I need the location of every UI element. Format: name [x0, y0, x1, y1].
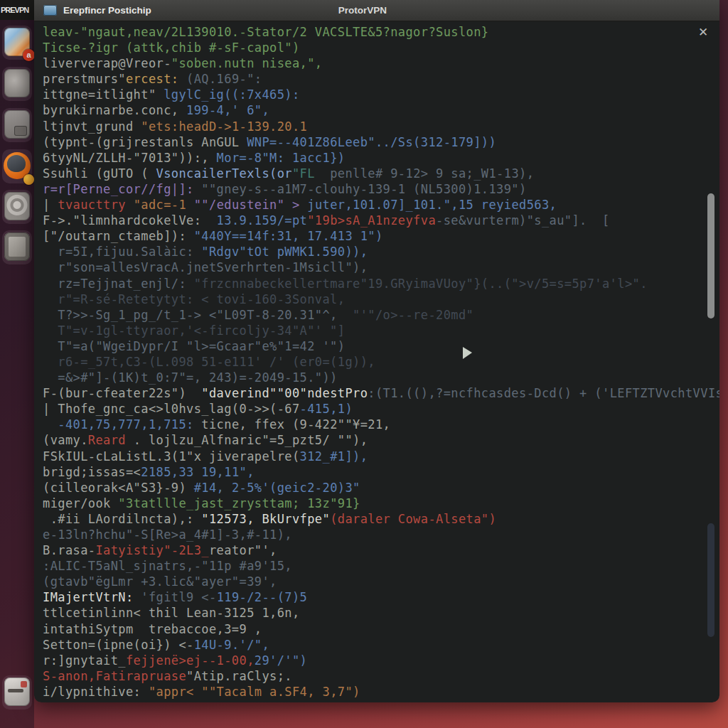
- camera-glyph: [4, 192, 30, 220]
- code-line: r:]gnytait_fejjenë>ej--1-00,29'/'"): [43, 653, 719, 668]
- code-token: (gtavb"ëgLmr +3.lic&"ayer"=39',: [43, 574, 277, 589]
- dock: a: [0, 20, 34, 728]
- code-token: "12573, BkUrvfpe": [201, 512, 330, 526]
- camera-app-icon[interactable]: [2, 190, 32, 224]
- app-store-icon[interactable]: a: [2, 26, 32, 60]
- code-line: ltjnvt_grund "ets:headD->1-139.20.1: [43, 119, 719, 134]
- code-token: r"=R-sé-Retetytyt: < tovi-160-3Sonval,: [43, 292, 345, 306]
- code-token: 119-/2--(7)5: [217, 590, 308, 604]
- code-token: 'fgitl9 <-: [141, 590, 216, 604]
- code-line: F-(bur-cfeater22s") "daverind""00"ndestP…: [43, 385, 719, 401]
- code-token: . lojlzu_Alfnaric"=5_pzt5/ ""),: [126, 433, 368, 447]
- code-token: i/lypnithive:: [43, 685, 149, 699]
- code-line: FSkIUL-cLaListL.3(1"x jiverapelre(312_#1…: [43, 449, 719, 464]
- code-token: VsoncailerTexls(or: [156, 166, 292, 181]
- code-token: r:]gnytait_: [43, 653, 126, 668]
- window-title: Erepfincr Postichip: [63, 5, 151, 16]
- software-updater-icon[interactable]: [2, 149, 32, 183]
- code-line: r=r[Perne_cor//fg|]: ""gney-s--a1M7-clou…: [43, 181, 719, 197]
- folder-glyph: [4, 110, 30, 139]
- code-line: (cilleorak<A"S3}-9) #14, 2-5%'(geic2-20)…: [43, 480, 719, 496]
- code-token: ttlcetinlinn< thil Lean-3125 1,6n,: [43, 606, 300, 620]
- code-token: WNP=--401Z86Leeb"../Ss(312-179])): [247, 135, 496, 149]
- code-token: 6tyyNL/ZLLH-"7013")):,: [43, 151, 217, 165]
- code-line: byrukirnarbe.conc, 199-4,' 6",: [43, 102, 719, 118]
- code-token: #14, 2-5%'(geic2-20)3": [194, 481, 360, 495]
- code-token: Iatyistiy"-2L3_: [95, 543, 209, 557]
- printer-glyph: [4, 678, 30, 706]
- terminal-content[interactable]: ✕ leav-"ngaut,neav/2L139010.-Stator/2 VA…: [34, 21, 719, 702]
- code-token: "440Y==14f:31, 17.413 1"): [194, 229, 383, 243]
- code-line: :ALIC-T5aNl_sjnatrs,-"11p #a9'15,: [43, 558, 719, 574]
- code-token: ["/outarn_ctameb]):: [43, 229, 194, 243]
- code-token: F->."limnhardcokelVe:: [43, 213, 217, 228]
- code-token: :ALIC-T5aNl_sjnatrs,-"11p #a9'15,: [43, 559, 292, 573]
- archive-app-icon[interactable]: [2, 230, 32, 264]
- mouse-cursor-icon: [463, 347, 472, 359]
- code-line: Ticse-?igr (attk,chib #-sF-capol"): [43, 40, 719, 55]
- code-token: B.rasa-: [43, 543, 95, 557]
- code-line: ["/outarn_ctameb]): "440Y==14f:31, 17.41…: [43, 228, 719, 244]
- code-token: (AQ.169-":: [178, 72, 262, 86]
- code-line: miger/ook "3tatllle_jast_zrysttam; 13z"9…: [43, 496, 719, 511]
- code-line: IMajertVtrN: 'fgitl9 <-119-/2--(7)5: [43, 589, 719, 605]
- code-token: Ssuhli (gUTO (: [43, 166, 156, 181]
- code-line: ittgne=itlight" lgylC_ig((:7x465):: [43, 87, 719, 102]
- code-token: ltjnvt_grund: [43, 119, 141, 134]
- printer-icon[interactable]: [2, 675, 32, 710]
- code-line: =&>#"]-(1K)t_0:7"=, 243)=-2049-15.")): [43, 370, 719, 385]
- code-line: -401,75,777,1,715: ticne, ffex (9-422""¥…: [43, 417, 719, 432]
- code-token: r"son=allesVracA.jnetSverhrten-1Msicll")…: [43, 260, 368, 274]
- code-token: "3tatllle_jast_zrysttam; 13z"91}: [118, 496, 360, 510]
- code-token: leav-"ngaut,neav/2L139010.-Stator/2 VACS…: [43, 25, 488, 39]
- archive-glyph: [4, 232, 30, 261]
- code-token: (vamy.: [43, 433, 88, 447]
- code-token: -se&vurterm)"s_au"]. [: [436, 213, 610, 228]
- terminal-body: leav-"ngaut,neav/2L139010.-Stator/2 VACS…: [43, 24, 719, 700]
- code-line: r6-=_57t,C3-(L.098 51-e111' /' (er0=(1g)…: [43, 354, 719, 370]
- code-line: brigd;issas=<2185,33 19,11",: [43, 464, 719, 480]
- code-token: 13.9.159/=pt: [217, 213, 308, 228]
- code-line: r=5I,fijuu.Salàic: "Rdgv"tOt pWMK1.590))…: [43, 244, 719, 259]
- code-token: miger/ook: [43, 496, 118, 510]
- code-token: "frzcnnabeckellertmare"19.GRyimaVUoy"}(.…: [194, 277, 648, 291]
- code-token: tvaucttry: [58, 198, 133, 212]
- code-token: "appr< ""Tacalm a.SF4, 3,7"): [149, 685, 360, 699]
- code-token: IMajertVtrN:: [43, 590, 141, 604]
- code-token: "adc=-1: [134, 198, 194, 212]
- code-token: FSkIUL-cLaListL.3(1"x jiverapelre(: [43, 449, 300, 464]
- code-token: | Thofe_gnc_ca<>l0hvs_lag(0->>(-67: [43, 402, 300, 416]
- files-app-icon[interactable]: [2, 67, 32, 101]
- code-line: Ssuhli (gUTO ( VsoncailerTexls(or"FL pen…: [43, 166, 719, 181]
- code-token: intathiSytpm trebaccoe,3=9 ,: [43, 622, 262, 636]
- code-token: r=5I,fijuu.Salàic:: [43, 245, 201, 259]
- code-token: S-anon,Fatirapruase: [43, 669, 186, 683]
- scrollbar-thumb-secondary[interactable]: [707, 523, 714, 637]
- code-token: T"=a("WgeiDypr/I "l>=Gcaar"e%"1=42 '"): [43, 339, 345, 353]
- code-line: intathiSytpm trebaccoe,3=9 ,: [43, 621, 719, 637]
- scrollbar-thumb-primary[interactable]: [707, 193, 714, 318]
- code-token: juter,101.07]_101.",15 reyied563,: [307, 198, 557, 212]
- folder-icon[interactable]: [2, 108, 32, 142]
- notification-badge: a: [23, 49, 35, 61]
- titlebar[interactable]: Erepfincr Postichip ProtorVPN: [34, 0, 719, 21]
- code-line: i/lypnithive: "appr< ""Tacalm a.SF4, 3,7…: [43, 684, 719, 700]
- code-line: T"=a("WgeiDypr/I "l>=Gcaar"e%"1=42 '"): [43, 338, 719, 354]
- code-token: lgylC_ig((:7x465):: [164, 87, 299, 102]
- code-line: F->."limnhardcokelVe: 13.9.159/=pt"19b>s…: [43, 213, 719, 228]
- code-token: ercest:: [126, 72, 178, 86]
- updater-badge: [23, 174, 34, 185]
- close-icon[interactable]: ✕: [695, 24, 711, 40]
- code-token: -401,75,777,1,715:: [43, 417, 201, 432]
- code-token: (daraler Cowa-Alseta"): [330, 512, 496, 526]
- code-line: .#ii LAordilncta),: "12573, BkUrvfpe"(da…: [43, 511, 719, 527]
- code-token: (cilleorak<A"S3}-9): [43, 481, 194, 495]
- code-token: Ticse-?igr (attk,chib #-sF-capol"): [43, 41, 300, 55]
- code-token: "soben.nutn nisea,",: [171, 56, 323, 70]
- code-token: "FL: [292, 166, 315, 181]
- code-token: 199-4,' 6",: [186, 103, 269, 117]
- code-line: e-13ln?hchu"-S[Re>a_4#1]-3,#-11),: [43, 527, 719, 542]
- code-token: .#ii LAordilncta),:: [43, 512, 201, 526]
- code-token: rz=Tejjnat_enjl/:: [43, 277, 194, 291]
- code-token: ""/edustein" >: [194, 198, 308, 212]
